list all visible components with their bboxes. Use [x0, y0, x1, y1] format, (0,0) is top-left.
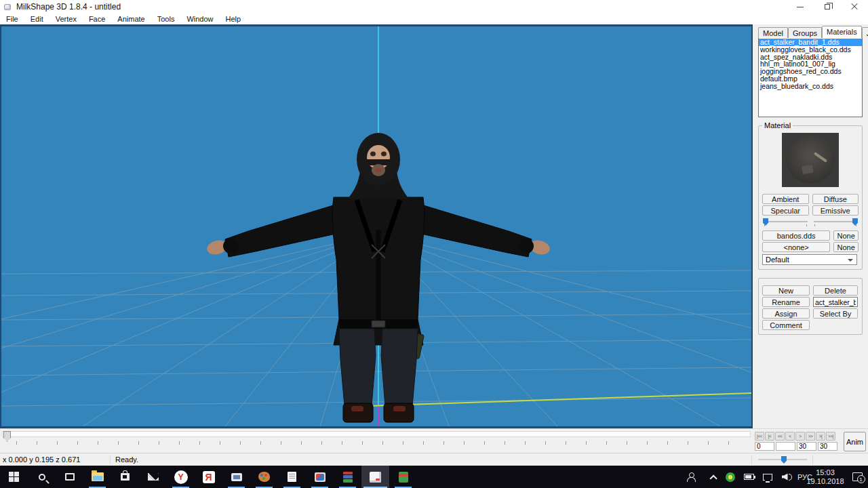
- restore-button[interactable]: [814, 0, 841, 14]
- taskbar-milkshape-3d[interactable]: [361, 466, 389, 488]
- tab-groups[interactable]: Groups: [788, 27, 822, 38]
- window-title: MilkShape 3D 1.8.4 - untitled: [16, 2, 121, 12]
- folder-icon: [92, 472, 104, 481]
- menu-file[interactable]: File: [0, 15, 24, 23]
- specular-button[interactable]: Specular: [762, 205, 809, 216]
- sphere-mode-select[interactable]: Default: [762, 254, 857, 265]
- speaker-icon: [782, 474, 788, 481]
- menu-edit[interactable]: Edit: [24, 15, 50, 23]
- menu-help[interactable]: Help: [220, 15, 248, 23]
- status-bar: x 0.000 y 0.195 z 0.671 Ready.: [0, 453, 868, 466]
- search-icon: [39, 474, 45, 481]
- current-frame-input[interactable]: [755, 442, 774, 451]
- network-icon: [763, 474, 772, 481]
- action-center-button[interactable]: 1: [849, 466, 865, 488]
- taskbar-archiver[interactable]: [389, 466, 417, 488]
- close-icon: [851, 3, 858, 10]
- title-bar: MilkShape 3D 1.8.4 - untitled: [0, 0, 868, 14]
- close-button[interactable]: [841, 0, 868, 14]
- tab-joints[interactable]: Joints: [862, 27, 868, 38]
- emissive-button[interactable]: Emissive: [812, 205, 859, 216]
- go-last-frame-button[interactable]: >>|: [826, 432, 835, 441]
- taskbar-yandex[interactable]: Я: [195, 466, 222, 488]
- tab-materials[interactable]: Materials: [822, 26, 862, 38]
- assign-button[interactable]: Assign: [762, 308, 810, 319]
- taskbar-photos-app[interactable]: [306, 466, 334, 488]
- minimize-button[interactable]: [787, 0, 814, 14]
- taskbar-movies-app[interactable]: [222, 466, 250, 488]
- people-icon: [687, 472, 695, 482]
- anim-toggle-button[interactable]: Anim: [844, 432, 866, 451]
- antivirus-tray-button[interactable]: [723, 466, 738, 488]
- material-name-input[interactable]: [813, 297, 858, 307]
- timeline-ticks: [16, 441, 749, 445]
- playback-speed-slider[interactable]: [757, 455, 808, 464]
- delete-button[interactable]: Delete: [813, 285, 858, 296]
- tab-model[interactable]: Model: [758, 27, 788, 38]
- chevron-down-icon: [848, 259, 853, 262]
- material-item[interactable]: jeans_bluedark_co.dds: [759, 83, 862, 90]
- panel-tabs: Model Groups Materials Joints: [758, 26, 868, 38]
- taskbar-notepad[interactable]: [278, 466, 306, 488]
- taskbar-search-button[interactable]: [28, 466, 56, 488]
- alphamap-button[interactable]: <none>: [762, 242, 830, 252]
- end-frame-input[interactable]: [818, 442, 837, 451]
- taskbar-store[interactable]: [111, 466, 139, 488]
- taskbar-winrar[interactable]: [334, 466, 361, 488]
- app-icon: [3, 3, 12, 11]
- transparency-slider[interactable]: [812, 218, 859, 226]
- taskbar-mail[interactable]: [139, 466, 167, 488]
- taskbar-paint[interactable]: [250, 466, 278, 488]
- menu-vertex[interactable]: Vertex: [50, 15, 83, 23]
- menu-window[interactable]: Window: [180, 15, 219, 23]
- diffuse-button[interactable]: Diffuse: [812, 194, 859, 204]
- task-view-icon: [65, 473, 75, 481]
- menu-tools[interactable]: Tools: [151, 15, 181, 23]
- ambient-button[interactable]: Ambient: [762, 194, 809, 204]
- tray-expand-button[interactable]: [704, 466, 720, 488]
- shininess-slider[interactable]: [762, 218, 809, 226]
- taskbar-file-explorer[interactable]: [83, 466, 111, 488]
- fast-forward-button[interactable]: >>: [806, 432, 815, 441]
- material-item[interactable]: workinggloves_black_co.dds: [759, 46, 862, 54]
- transport-controls: |<< |< << < > >> >| >>|: [755, 432, 835, 441]
- taskbar-yandex-browser[interactable]: Y: [167, 466, 195, 488]
- comment-button[interactable]: Comment: [762, 320, 810, 330]
- sphere-mode-value: Default: [766, 256, 789, 264]
- next-keyframe-button[interactable]: >|: [816, 432, 825, 441]
- rename-button[interactable]: Rename: [762, 297, 810, 307]
- winrar-icon: [343, 472, 353, 483]
- step-back-button[interactable]: <: [785, 432, 795, 441]
- alphamap-none-button[interactable]: None: [833, 242, 859, 252]
- prev-keyframe-button[interactable]: |<: [765, 432, 774, 441]
- frame-blank-input[interactable]: [776, 442, 795, 451]
- milkshape-cube-icon: [370, 472, 381, 483]
- tray-time: 15:03: [806, 468, 844, 477]
- select-by-button[interactable]: Select By: [813, 308, 858, 319]
- paint-palette-icon: [258, 472, 270, 482]
- network-tray-button[interactable]: [760, 466, 776, 488]
- cursor-coordinates: x 0.000 y 0.195 z 0.671: [3, 455, 80, 464]
- frame-marker[interactable]: [3, 431, 11, 442]
- start-button[interactable]: [0, 466, 28, 488]
- viewport-3d[interactable]: [0, 24, 753, 428]
- movies-icon: [231, 473, 242, 481]
- rewind-button[interactable]: <<: [775, 432, 785, 441]
- people-button[interactable]: [682, 466, 700, 488]
- menu-face[interactable]: Face: [83, 15, 111, 23]
- material-sphere-icon: [786, 135, 835, 184]
- texture-none-button[interactable]: None: [833, 230, 859, 241]
- battery-tray-button[interactable]: [741, 466, 757, 488]
- go-first-frame-button[interactable]: |<<: [755, 432, 764, 441]
- texture-button[interactable]: bandos.dds: [762, 230, 830, 241]
- step-forward-button[interactable]: >: [795, 432, 805, 441]
- clock[interactable]: 15:03 19.10.2018: [802, 466, 849, 488]
- keyframe-rail[interactable]: [2, 431, 751, 437]
- new-button[interactable]: New: [762, 285, 810, 296]
- task-view-button[interactable]: [56, 466, 83, 488]
- volume-tray-button[interactable]: [778, 466, 795, 488]
- menu-animate[interactable]: Animate: [111, 15, 151, 23]
- materials-listbox[interactable]: act_stalker_bandit_1.dds workinggloves_b…: [758, 37, 863, 117]
- total-frames-input[interactable]: [797, 442, 816, 451]
- archiver-icon: [399, 472, 408, 483]
